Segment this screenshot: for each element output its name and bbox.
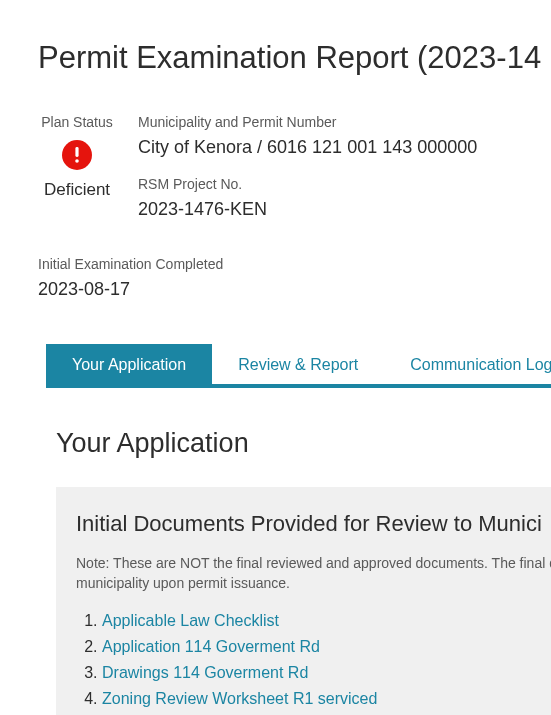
plan-status-block: Plan Status Deficient: [38, 114, 116, 238]
exam-label: Initial Examination Completed: [38, 256, 551, 272]
panel-heading: Initial Documents Provided for Review to…: [76, 511, 531, 537]
plan-status-label: Plan Status: [41, 114, 113, 130]
tab-review-report[interactable]: Review & Report: [212, 344, 384, 384]
svg-point-1: [75, 159, 79, 163]
municipality-value: City of Kenora / 6016 121 001 143 000000: [138, 137, 477, 157]
list-item: Applicable Law Checklist: [102, 612, 531, 630]
svg-rect-0: [75, 147, 78, 157]
documents-panel: Initial Documents Provided for Review to…: [56, 487, 551, 715]
project-block: RSM Project No. 2023-1476-KEN: [138, 176, 551, 220]
list-item: Drawings 114 Goverment Rd: [102, 664, 531, 682]
panel-note: Note: These are NOT the final reviewed a…: [76, 553, 531, 594]
tab-communication-log[interactable]: Communication Log: [384, 344, 551, 384]
section-heading: Your Application: [56, 428, 551, 459]
list-item: Application 114 Goverment Rd: [102, 638, 531, 656]
municipality-label: Municipality and Permit Number: [138, 114, 551, 130]
panel-note-line1: Note: These are NOT the final reviewed a…: [76, 555, 551, 571]
tab-your-application[interactable]: Your Application: [46, 344, 212, 384]
page-title: Permit Examination Report (2023-14: [38, 40, 551, 76]
document-link[interactable]: Applicable Law Checklist: [102, 612, 279, 629]
document-link[interactable]: Zoning Review Worksheet R1 serviced: [102, 690, 377, 707]
municipality-block: Municipality and Permit Number City of K…: [138, 114, 551, 158]
plan-status-value: Deficient: [44, 180, 110, 200]
header-info: Plan Status Deficient Municipality and P…: [38, 114, 551, 238]
exam-value: 2023-08-17: [38, 279, 130, 299]
alert-icon: [62, 140, 92, 170]
document-link[interactable]: Application 114 Goverment Rd: [102, 638, 320, 655]
document-list: Applicable Law Checklist Application 114…: [76, 612, 531, 708]
list-item: Zoning Review Worksheet R1 serviced: [102, 690, 531, 708]
tab-bar: Your Application Review & Report Communi…: [46, 344, 551, 388]
document-link[interactable]: Drawings 114 Goverment Rd: [102, 664, 308, 681]
panel-note-line2: municipality upon permit issuance.: [76, 575, 290, 591]
project-value: 2023-1476-KEN: [138, 199, 267, 219]
exam-block: Initial Examination Completed 2023-08-17: [38, 256, 551, 300]
project-label: RSM Project No.: [138, 176, 551, 192]
